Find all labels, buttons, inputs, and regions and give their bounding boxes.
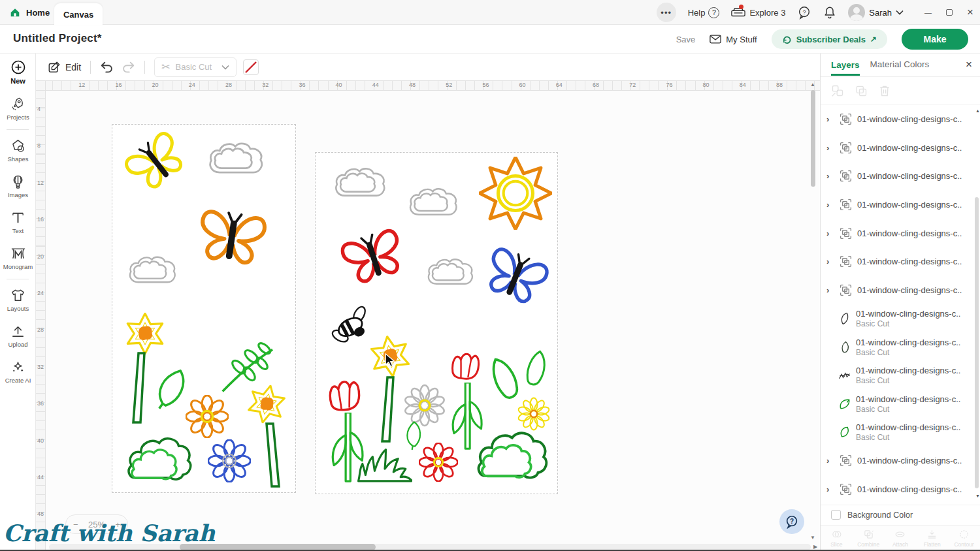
panel-scroll-down-arrow[interactable]: ▼ [975,494,980,498]
chevron-right-icon[interactable]: › [826,114,834,124]
layer-group-row[interactable]: › 01-window-cling-designs-c... [821,276,976,305]
panel-scrollbar-thumb[interactable] [975,197,979,488]
chevron-right-icon[interactable]: › [826,257,834,266]
layer-group-row[interactable]: › 01-window-cling-designs-c... [821,447,976,475]
sidebar-item-upload[interactable]: Upload [0,318,36,354]
design-red-flower[interactable] [419,443,458,482]
sidebar-item-text[interactable]: Text [0,204,36,240]
tab-home[interactable]: Home [9,0,50,25]
panel-action-contour[interactable]: Contour [948,526,980,551]
save-button[interactable]: Save [676,35,696,44]
sidebar-item-monogram[interactable]: Monogram [0,240,36,276]
background-color-checkbox[interactable] [831,510,841,520]
chevron-right-icon[interactable]: › [826,456,834,465]
chevron-right-icon[interactable]: › [826,200,834,210]
layer-group-row[interactable]: › 01-window-cling-designs-c... [821,105,976,134]
layer-group-row[interactable]: › 01-window-cling-designs-c... [821,191,976,219]
design-orange-butterfly[interactable] [188,199,276,274]
design-daffodil-stem[interactable] [378,376,398,444]
chevron-right-icon[interactable]: › [826,143,834,153]
panel-action-flatten[interactable]: Flatten [916,526,948,551]
panel-action-slice[interactable]: Slice [821,526,853,551]
user-menu[interactable]: Sarah [848,4,904,21]
design-red-tulip-head[interactable] [449,346,483,386]
design-daffodil[interactable] [243,381,289,427]
design-yellow-butterfly[interactable] [115,121,196,202]
make-button[interactable]: Make [902,29,968,50]
design-cloud[interactable] [407,183,461,221]
scroll-up-arrow[interactable]: ▲ [810,82,815,87]
design-grass-tuft[interactable] [353,447,416,483]
design-daffodil-stem[interactable] [131,352,150,425]
bell-icon[interactable] [823,5,836,20]
design-canvas[interactable]: 8121620242832364044485256606468727680848… [36,81,820,551]
chevron-right-icon[interactable]: › [826,171,834,181]
scroll-down-arrow[interactable]: ▼ [810,535,815,541]
sidebar-item-shapes[interactable]: Shapes [0,133,36,168]
panel-close-icon[interactable]: × [966,58,972,71]
panel-action-combine[interactable]: Combine [853,526,885,551]
more-menu-button[interactable]: ••• [657,3,676,22]
scroll-right-arrow[interactable]: ▶ [813,544,817,550]
explore-menu[interactable]: Explore 3 [731,7,785,18]
layer-linetype: Basic Cut [856,433,960,442]
design-red-butterfly[interactable] [329,217,417,294]
sidebar-item-images[interactable]: Images [0,168,36,204]
design-cloud[interactable] [425,255,476,289]
window-maximize-button[interactable] [946,9,953,16]
chevron-right-icon[interactable]: › [826,285,834,295]
design-daffodil-stem[interactable] [263,422,282,489]
sidebar-item-create-ai[interactable]: Create AI [0,354,36,390]
layer-group-row[interactable]: › 01-window-cling-designs-c... [821,162,976,191]
layer-row[interactable]: 01-window-cling-designs-c... Basic Cut [821,361,976,390]
ungroup-icon[interactable] [831,84,844,97]
tab-material-colors[interactable]: Material Colors [870,59,930,71]
design-cloud[interactable] [206,139,267,177]
duplicate-icon[interactable] [855,84,868,97]
design-cloud[interactable] [127,253,179,287]
sidebar-item-layouts[interactable]: Layouts [0,282,36,318]
undo-button[interactable] [100,60,114,74]
design-green-bush[interactable] [125,426,192,486]
design-cloud[interactable] [333,165,389,200]
layer-row[interactable]: 01-window-cling-designs-c... Basic Cut [821,304,976,333]
design-white-daisy[interactable] [403,384,446,427]
design-sun[interactable] [479,157,552,230]
layer-group-row[interactable]: › 01-window-cling-designs-c... [821,134,976,163]
subscriber-deals-button[interactable]: Subscriber Deals ↗ [772,29,887,49]
trash-icon[interactable] [878,84,891,97]
vertical-scrollbar-thumb[interactable] [811,90,815,187]
design-blue-flower[interactable] [208,439,251,482]
panel-scroll-up-arrow[interactable]: ▲ [975,108,980,113]
layer-row[interactable]: 01-window-cling-designs-c... Basic Cut [821,333,976,362]
help-bubble-button[interactable]: ? [779,509,804,534]
edit-button[interactable]: Edit [48,61,81,74]
linetype-select[interactable]: ✂ Basic Cut [154,57,236,77]
sidebar-item-projects[interactable]: Projects [0,91,36,127]
redo-button[interactable] [121,60,135,74]
design-daffodil[interactable] [124,313,166,354]
tab-layers[interactable]: Layers [831,60,860,76]
layer-group-row[interactable]: › 01-window-cling-designs-c... [821,219,976,247]
design-blue-butterfly[interactable] [474,236,558,315]
layer-row[interactable]: 01-window-cling-designs-c... Basic Cut [821,390,976,418]
design-board-2[interactable] [315,152,558,494]
color-swatch-button[interactable] [243,59,259,75]
layer-group-row[interactable]: › 01-window-cling-designs-c... [821,475,976,503]
chevron-right-icon[interactable]: › [826,228,834,238]
window-minimize-button[interactable]: — [924,8,932,16]
design-board-1[interactable] [112,124,296,493]
design-green-bush[interactable] [470,424,553,480]
tab-canvas[interactable]: Canvas [54,3,103,25]
feedback-icon[interactable]: ? [797,5,811,20]
layer-group-row[interactable]: › 01-window-cling-designs-c... [821,247,976,276]
layer-row[interactable]: 01-window-cling-designs-c... Basic Cut [821,418,976,447]
window-close-button[interactable]: × [967,6,973,19]
design-green-leaf[interactable] [518,343,554,396]
my-stuff-button[interactable]: My Stuff [710,35,757,44]
design-red-tulip-head[interactable] [326,373,364,418]
chevron-right-icon[interactable]: › [826,484,834,494]
sidebar-item-new[interactable]: New [0,54,36,91]
help-menu[interactable]: Help ? [688,7,720,18]
panel-action-attach[interactable]: Attach [885,526,917,551]
